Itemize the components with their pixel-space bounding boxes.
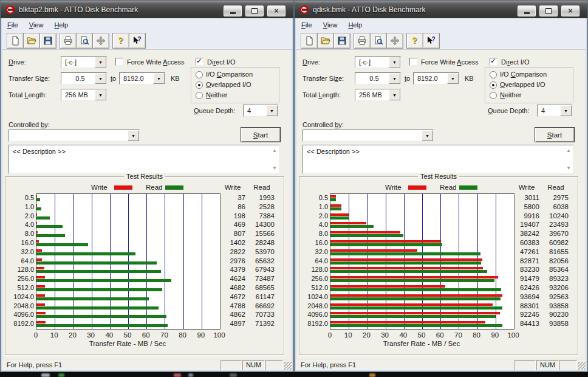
write-bar <box>330 258 482 261</box>
force-write-access-label: Force Write Access <box>127 58 185 66</box>
description-box[interactable]: << Description >> ▲ ▼ <box>303 145 573 174</box>
chevron-down-icon[interactable]: ▼ <box>153 73 165 84</box>
io-comparison-radio[interactable] <box>490 71 497 78</box>
minimize-button[interactable] <box>517 5 536 17</box>
queue-depth-combobox[interactable]: 4 ▼ <box>243 105 278 117</box>
write-bar <box>330 285 445 288</box>
toolbar: ?? ? <box>296 31 586 50</box>
taskbar-icon[interactable] <box>41 373 50 377</box>
maximize-button[interactable] <box>245 5 264 17</box>
printer-icon <box>357 36 367 46</box>
chevron-down-icon[interactable]: ▼ <box>389 73 400 84</box>
chevron-down-icon[interactable]: ▼ <box>95 89 106 100</box>
transfer-from-combobox[interactable]: 0.5 ▼ <box>355 72 401 85</box>
neither-radio[interactable] <box>490 92 497 99</box>
transfer-to-combobox[interactable]: 8192.0 ▼ <box>413 72 459 85</box>
context-help-button[interactable]: ? <box>423 33 440 49</box>
overlapped-io-radio[interactable] <box>196 81 203 89</box>
x-tick-label: 0 <box>328 331 332 339</box>
chevron-down-icon[interactable]: ▼ <box>128 130 139 141</box>
menu-help[interactable]: Help <box>49 19 74 30</box>
total-length-combobox[interactable]: 256 MB ▼ <box>355 89 401 101</box>
transfer-from-combobox[interactable]: 0.5 ▼ <box>61 72 107 85</box>
new-file-button[interactable] <box>7 33 24 49</box>
description-box[interactable]: << Description >> ▲ ▼ <box>9 145 279 174</box>
save-file-button[interactable] <box>333 33 350 49</box>
print-button[interactable] <box>60 33 77 49</box>
menu-view[interactable]: View <box>318 19 343 30</box>
force-write-access-checkbox[interactable] <box>409 58 417 66</box>
print-preview-button[interactable] <box>76 33 93 49</box>
read-value: 81655 <box>543 247 569 257</box>
neither-radio[interactable] <box>196 92 203 99</box>
drive-combobox[interactable]: [-c-] ▼ <box>61 56 107 68</box>
minimize-button[interactable] <box>223 5 242 17</box>
print-button[interactable] <box>354 33 371 49</box>
write-value: 62426 <box>514 283 539 292</box>
transfer-to-combobox[interactable]: 8192.0 ▼ <box>119 72 165 85</box>
controlled-by-combobox[interactable]: ▼ <box>9 130 140 142</box>
test-results-label: Test Results <box>418 173 459 180</box>
taskbar-icon[interactable] <box>369 373 375 377</box>
to-label: to <box>405 75 410 82</box>
menu-view[interactable]: View <box>24 19 49 30</box>
context-help-button[interactable]: ? <box>129 33 146 49</box>
chevron-down-icon[interactable]: ▼ <box>266 105 278 116</box>
print-preview-button[interactable] <box>370 33 387 49</box>
save-file-button[interactable] <box>39 33 56 49</box>
read-bar <box>36 198 40 201</box>
help-button[interactable]: ?? <box>406 33 423 49</box>
direct-io-checkbox[interactable]: ✓ <box>490 58 497 66</box>
open-file-button[interactable] <box>23 33 40 49</box>
close-button[interactable]: × <box>561 5 580 17</box>
close-button[interactable]: × <box>267 5 286 17</box>
scroll-down-icon[interactable]: ▼ <box>272 165 277 171</box>
resize-grip[interactable] <box>284 362 292 370</box>
x-tick-label: 50 <box>418 331 426 339</box>
chevron-down-icon[interactable]: ▼ <box>95 73 106 84</box>
chevron-down-icon[interactable]: ▼ <box>389 57 400 67</box>
force-write-access-label: Force Write Access <box>421 58 479 66</box>
total-length-combobox[interactable]: 256 MB ▼ <box>61 89 107 101</box>
new-file-button[interactable] <box>301 33 318 49</box>
force-write-access-checkbox[interactable] <box>115 58 123 66</box>
chart-row <box>36 275 220 284</box>
overlapped-io-radio[interactable] <box>490 81 497 89</box>
help-button[interactable]: ?? <box>112 33 129 49</box>
direct-io-checkbox[interactable]: ✓ <box>196 58 203 66</box>
chart-row <box>36 302 220 311</box>
pan-move-button[interactable] <box>92 33 109 49</box>
taskbar-icon[interactable] <box>58 373 64 377</box>
title-bar[interactable]: qdisk.bmk - ATTO Disk Benchmark × <box>295 1 587 18</box>
title-bar[interactable]: blktap2.bmk - ATTO Disk Benchmark × <box>1 1 293 18</box>
scroll-down-icon[interactable]: ▼ <box>566 165 571 171</box>
queue-depth-combobox[interactable]: 4 ▼ <box>537 105 572 117</box>
chevron-down-icon[interactable]: ▼ <box>422 130 433 141</box>
chevron-down-icon[interactable]: ▼ <box>389 89 400 100</box>
scroll-up-icon[interactable]: ▲ <box>272 148 277 153</box>
open-file-button[interactable] <box>317 33 334 49</box>
write-bar <box>330 204 341 207</box>
io-comparison-radio[interactable] <box>196 71 203 78</box>
menu-help[interactable]: Help <box>343 19 368 30</box>
chevron-down-icon[interactable]: ▼ <box>560 105 572 116</box>
chevron-down-icon[interactable]: ▼ <box>447 73 459 84</box>
pan-move-button[interactable] <box>386 33 403 49</box>
neither-label: Neither <box>206 91 227 99</box>
start-button[interactable]: Start <box>241 127 281 142</box>
taskbar-icon[interactable] <box>230 373 237 377</box>
menu-file[interactable]: File <box>296 19 318 30</box>
start-button[interactable]: Start <box>535 127 575 142</box>
chart-row <box>330 302 514 311</box>
write-column-header: Write <box>514 184 539 191</box>
menu-file[interactable]: File <box>2 19 24 30</box>
taskbar-icon[interactable] <box>174 373 181 377</box>
chevron-down-icon[interactable]: ▼ <box>95 57 106 67</box>
maximize-button[interactable] <box>539 5 558 17</box>
scroll-up-icon[interactable]: ▲ <box>566 148 571 153</box>
write-value: 198 <box>220 212 245 221</box>
controlled-by-combobox[interactable]: ▼ <box>303 130 434 142</box>
drive-combobox[interactable]: [-c-] ▼ <box>355 56 401 68</box>
taskbar-icon[interactable] <box>188 373 193 377</box>
resize-grip[interactable] <box>578 362 586 370</box>
